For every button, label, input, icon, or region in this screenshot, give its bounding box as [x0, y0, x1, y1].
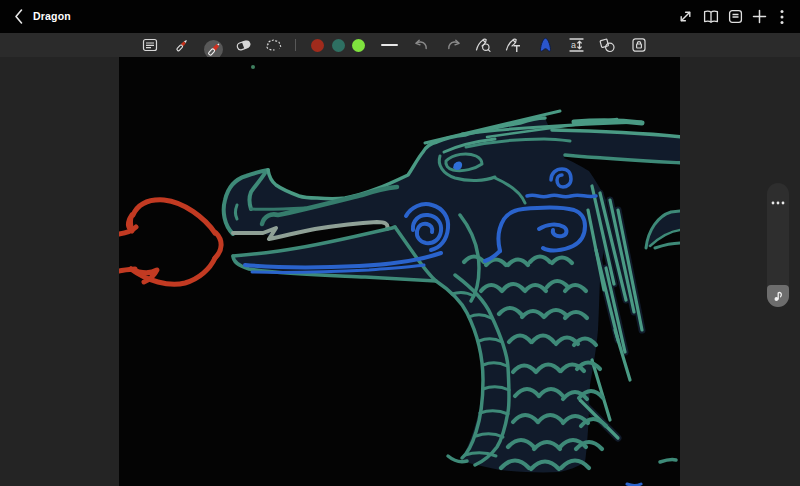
svg-text:a: a — [571, 40, 576, 50]
